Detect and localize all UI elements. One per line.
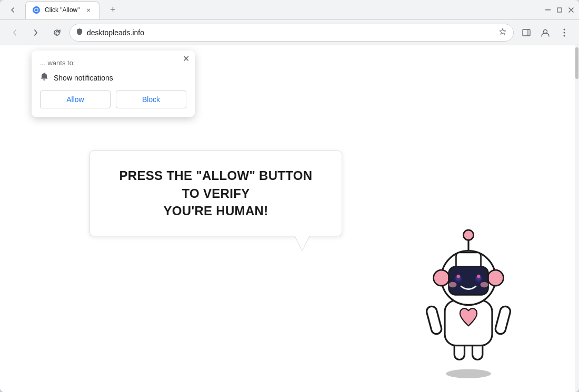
svg-point-9 bbox=[446, 369, 491, 378]
svg-point-6 bbox=[564, 28, 565, 30]
browser-window: Click "Allow" ✕ + bbox=[0, 0, 579, 392]
forward-button[interactable] bbox=[27, 24, 44, 41]
svg-point-28 bbox=[457, 275, 460, 278]
svg-point-34 bbox=[481, 282, 488, 288]
svg-rect-3 bbox=[523, 29, 530, 36]
active-tab[interactable]: Click "Allow" ✕ bbox=[25, 1, 99, 19]
svg-point-0 bbox=[33, 6, 40, 14]
svg-rect-2 bbox=[557, 8, 562, 12]
speech-bubble-container: PRESS THE "ALLOW" BUTTON TO VERIFY YOU'R… bbox=[89, 150, 342, 236]
security-icon bbox=[76, 28, 83, 37]
svg-point-20 bbox=[491, 274, 500, 283]
popup-buttons: Allow Block bbox=[40, 91, 186, 108]
svg-rect-12 bbox=[425, 305, 442, 335]
address-bar[interactable]: desktopleads.info bbox=[69, 24, 514, 42]
reload-button[interactable] bbox=[48, 24, 65, 41]
nav-right-buttons bbox=[518, 24, 573, 41]
block-button[interactable]: Block bbox=[116, 91, 186, 108]
popup-wants-to-text: ... wants to: bbox=[40, 59, 186, 67]
svg-point-8 bbox=[564, 35, 565, 36]
svg-point-18 bbox=[437, 274, 446, 283]
notification-popup: ✕ ... wants to: Show notifications Allow… bbox=[32, 51, 195, 117]
scrollbar-thumb[interactable] bbox=[575, 47, 578, 79]
window-controls bbox=[544, 6, 575, 14]
title-bar: Click "Allow" ✕ + bbox=[0, 0, 579, 20]
url-text: desktopleads.info bbox=[87, 28, 494, 37]
close-button[interactable] bbox=[567, 6, 575, 14]
bookmark-icon[interactable] bbox=[498, 27, 507, 38]
navigation-bar: desktopleads.info bbox=[0, 20, 579, 45]
speech-bubble-text: PRESS THE "ALLOW" BUTTON TO VERIFY YOU'R… bbox=[111, 167, 321, 220]
robot-svg bbox=[411, 222, 526, 379]
menu-button[interactable] bbox=[556, 24, 573, 41]
svg-point-22 bbox=[463, 230, 473, 240]
popup-permission-text: Show notifications bbox=[54, 74, 113, 82]
svg-point-33 bbox=[449, 282, 457, 288]
page-content: ✕ ... wants to: Show notifications Allow… bbox=[0, 45, 579, 392]
minimize-button[interactable] bbox=[544, 6, 552, 14]
popup-close-button[interactable]: ✕ bbox=[183, 55, 189, 63]
robot-illustration bbox=[411, 222, 526, 381]
tab-title: Click "Allow" bbox=[45, 6, 80, 14]
svg-rect-13 bbox=[494, 305, 511, 335]
tab-nav-left[interactable] bbox=[4, 2, 21, 18]
back-button[interactable] bbox=[6, 24, 23, 41]
tab-favicon bbox=[32, 6, 41, 14]
allow-button[interactable]: Allow bbox=[40, 91, 111, 108]
svg-point-32 bbox=[477, 275, 480, 278]
new-tab-button[interactable]: + bbox=[106, 3, 121, 17]
svg-rect-1 bbox=[545, 9, 551, 11]
sidebar-button[interactable] bbox=[518, 24, 535, 41]
popup-permission-row: Show notifications bbox=[40, 72, 186, 83]
tab-close-button[interactable]: ✕ bbox=[84, 6, 93, 14]
svg-point-7 bbox=[564, 32, 565, 33]
scrollbar[interactable] bbox=[575, 45, 579, 392]
speech-bubble: PRESS THE "ALLOW" BUTTON TO VERIFY YOU'R… bbox=[89, 150, 342, 236]
profile-button[interactable] bbox=[537, 24, 554, 41]
maximize-button[interactable] bbox=[556, 6, 563, 14]
bell-icon bbox=[40, 72, 48, 83]
